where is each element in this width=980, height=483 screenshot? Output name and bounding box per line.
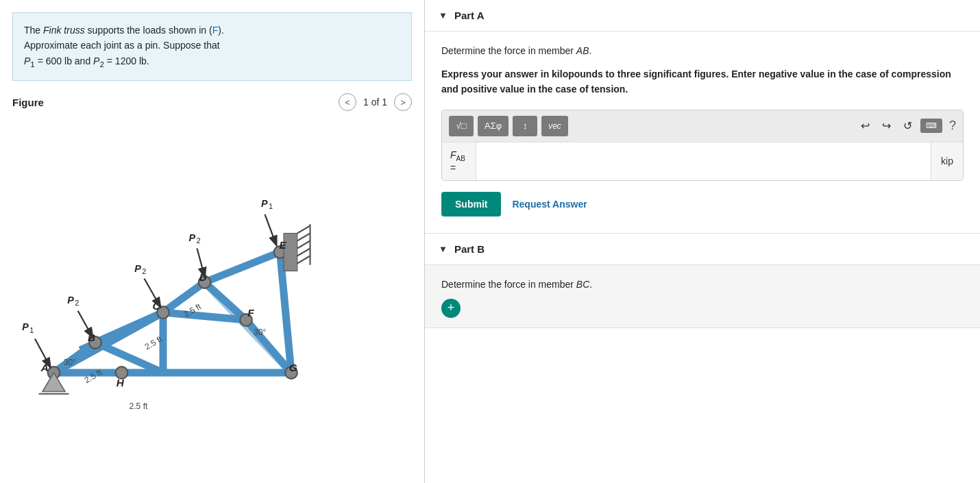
prev-figure-button[interactable]: <	[339, 93, 356, 111]
part-a-header[interactable]: ▼ Part A	[425, 0, 980, 32]
figure-count: 1 of 1	[363, 97, 387, 108]
figure-nav: < 1 of 1 >	[339, 93, 412, 111]
svg-text:2: 2	[142, 267, 146, 275]
help-icon: ?	[949, 119, 956, 133]
left-panel: The Fink truss supports the loads shown …	[0, 0, 425, 483]
part-a-section: ▼ Part A Determine the force in member A…	[425, 0, 980, 234]
svg-text:B: B	[88, 332, 95, 343]
part-a-body: Determine the force in member AB. Expres…	[425, 32, 980, 233]
math-editor: √□ ΑΣφ ↕ vec ↩ ↪ ↺ ⌨ ? FAB= kip	[441, 110, 964, 181]
svg-text:2: 2	[75, 299, 79, 307]
part-b-description: Determine the force in member BC.	[441, 277, 964, 292]
part-b-chevron-icon: ▼	[439, 244, 448, 254]
arrow-button[interactable]: ↕	[513, 116, 537, 136]
svg-text:P: P	[188, 232, 195, 243]
svg-text:G: G	[289, 362, 297, 373]
request-answer-link[interactable]: Request Answer	[512, 199, 587, 210]
part-a-chevron-icon: ▼	[439, 10, 448, 21]
svg-text:F: F	[247, 307, 254, 319]
figure-header: Figure < 1 of 1 >	[0, 81, 424, 116]
svg-text:E: E	[279, 239, 286, 251]
figure-title: Figure	[12, 97, 339, 108]
part-b-body: Determine the force in member BC. +	[425, 265, 980, 327]
action-row: Submit Request Answer	[441, 192, 964, 216]
submit-button[interactable]: Submit	[441, 192, 501, 216]
part-b-title: Part B	[454, 243, 485, 255]
figure1-link[interactable]: F	[212, 25, 219, 36]
svg-text:P: P	[22, 322, 29, 333]
problem-text: The Fink truss supports the loads shown …	[24, 25, 224, 66]
sqrt-button[interactable]: √□	[449, 116, 474, 136]
part-b-section: ▼ Part B Determine the force in member B…	[425, 234, 980, 328]
svg-rect-0	[12, 116, 412, 433]
math-input-row: FAB= kip	[442, 143, 963, 180]
part-b-header[interactable]: ▼ Part B	[425, 234, 980, 265]
math-label-text: FAB=	[450, 149, 467, 173]
keyboard-button[interactable]: ⌨	[920, 119, 942, 133]
part-a-description: Determine the force in member AB.	[441, 44, 964, 58]
figure-container[interactable]: A B C D E F G H P 1 P 2 P	[0, 116, 424, 483]
truss-svg: A B C D E F G H P 1 P 2 P	[12, 116, 412, 433]
svg-text:H: H	[117, 377, 125, 388]
next-figure-button[interactable]: >	[394, 93, 412, 111]
svg-text:2: 2	[196, 236, 200, 245]
answer-input[interactable]	[476, 143, 931, 180]
right-panel: ▼ Part A Determine the force in member A…	[425, 0, 980, 483]
fink-truss-label: Fink truss	[43, 25, 85, 36]
svg-text:30°: 30°	[254, 327, 266, 337]
part-a-instructions: Express your answer in kilopounds to thr…	[441, 66, 964, 97]
truss-diagram: A B C D E F G H P 1 P 2 P	[12, 116, 412, 435]
problem-statement: The Fink truss supports the loads shown …	[12, 12, 412, 81]
redo-button[interactable]: ↪	[878, 116, 895, 135]
undo-button[interactable]: ↩	[857, 116, 874, 135]
svg-text:P: P	[134, 263, 141, 274]
svg-text:A: A	[40, 362, 49, 373]
vec-button[interactable]: vec	[541, 116, 568, 136]
part-a-title: Part A	[454, 10, 485, 21]
math-label: FAB=	[442, 143, 476, 180]
svg-text:P: P	[67, 295, 74, 306]
svg-text:P: P	[261, 198, 268, 209]
part-b-expand-button[interactable]: +	[441, 299, 461, 318]
math-unit: kip	[931, 143, 963, 180]
refresh-button[interactable]: ↺	[899, 116, 916, 135]
symbol-button[interactable]: ΑΣφ	[478, 116, 509, 136]
svg-text:30°: 30°	[64, 358, 76, 367]
svg-text:2.5 ft: 2.5 ft	[130, 401, 149, 411]
svg-text:1: 1	[29, 326, 34, 334]
svg-text:1: 1	[269, 203, 273, 211]
math-toolbar: √□ ΑΣφ ↕ vec ↩ ↪ ↺ ⌨ ?	[442, 110, 963, 143]
